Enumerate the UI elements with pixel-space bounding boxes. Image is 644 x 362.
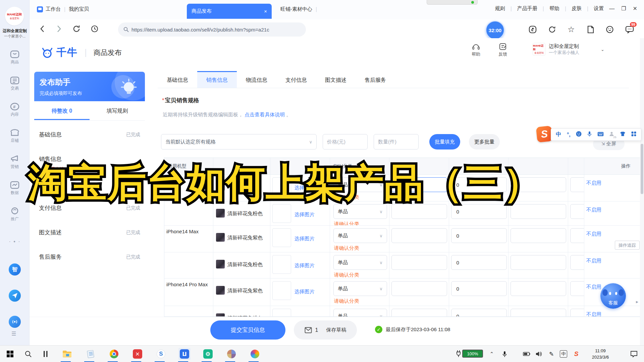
- broadcast-app-icon[interactable]: [9, 316, 21, 328]
- sku-type-select[interactable]: 单品∨: [333, 309, 387, 317]
- pick-image-link[interactable]: 选择图片: [294, 289, 315, 295]
- pick-image-link[interactable]: 选择图片: [294, 185, 315, 191]
- history-icon[interactable]: [91, 25, 99, 34]
- price-cell-input[interactable]: [391, 204, 447, 219]
- chevron-down-icon[interactable]: ⌄: [601, 47, 604, 52]
- code-cell-input[interactable]: [511, 281, 566, 296]
- clipped-cell-input[interactable]: [570, 309, 584, 317]
- tab-description[interactable]: 图文描述: [316, 71, 356, 88]
- sku-image-box[interactable]: [272, 255, 291, 274]
- price-cell-input[interactable]: [391, 309, 447, 317]
- messenger-app-icon[interactable]: [9, 290, 21, 302]
- sku-image-box[interactable]: [272, 281, 291, 300]
- taskbar-clock[interactable]: 11:09 2023/3/6: [585, 348, 615, 360]
- clipped-cell-input[interactable]: [570, 281, 584, 296]
- tab-product-publish[interactable]: 商品发布 ×: [187, 4, 272, 19]
- battery-indicator[interactable]: 100%: [455, 350, 483, 358]
- tab-aftersale[interactable]: 售后服务: [356, 71, 395, 88]
- green-app-icon[interactable]: ❂: [202, 348, 214, 360]
- file-explorer-icon[interactable]: [61, 348, 73, 360]
- sku-image-box[interactable]: [272, 309, 291, 317]
- colorful-sphere-app-icon[interactable]: [249, 348, 261, 360]
- pick-image-link[interactable]: 选择图片: [294, 262, 315, 269]
- batch-fill-button[interactable]: 批量填充: [429, 134, 460, 149]
- monkey-face-icon[interactable]: [606, 25, 614, 35]
- ime-account-icon[interactable]: 25: [609, 131, 614, 138]
- qty-cell-input[interactable]: 0: [451, 309, 507, 317]
- disable-action-link[interactable]: 不启用: [586, 284, 601, 290]
- ime-toolbox-icon[interactable]: [631, 131, 636, 138]
- code-cell-input[interactable]: [511, 177, 566, 192]
- qty-cell-input[interactable]: 0: [451, 228, 507, 243]
- task-view-icon[interactable]: [40, 348, 52, 360]
- qty-cell-input[interactable]: 0: [451, 281, 507, 296]
- sidebar-item-promo[interactable]: 推广: [0, 207, 30, 222]
- code-cell-input[interactable]: [511, 228, 566, 243]
- close-window-button[interactable]: ✕: [633, 5, 637, 12]
- sidebar-item-data[interactable]: 数据: [0, 181, 30, 196]
- taskbar-search-icon[interactable]: [22, 348, 34, 360]
- pick-image-link[interactable]: 选择图片: [294, 212, 315, 218]
- start-button[interactable]: [4, 348, 16, 360]
- sidebar-item-trade[interactable]: 交易: [0, 76, 30, 91]
- menu-rules[interactable]: 规则: [495, 5, 505, 12]
- disable-action-link[interactable]: 不启用: [586, 180, 601, 186]
- assistant-item-basic[interactable]: 基础信息已完成: [34, 122, 145, 147]
- tray-ime-lang-icon[interactable]: 中: [557, 348, 570, 360]
- sku-image-box[interactable]: [272, 228, 291, 247]
- price-input[interactable]: 价格(元): [323, 134, 368, 149]
- sogou-browser-icon[interactable]: S: [155, 348, 167, 360]
- clipped-cell-input[interactable]: [570, 228, 584, 243]
- tab-workbench[interactable]: 工作台 | 我的宝贝: [37, 6, 89, 12]
- forward-icon[interactable]: [56, 25, 62, 34]
- code-cell-input[interactable]: [511, 255, 566, 270]
- spec-select[interactable]: 当前默认选定所有规格 ∨: [161, 134, 317, 149]
- assistant-item-sales[interactable]: 销售信息1必填项未填: [34, 147, 145, 171]
- sku-type-select[interactable]: 单品∨: [333, 177, 387, 192]
- qty-cell-input[interactable]: 0: [451, 177, 507, 192]
- reload-page-icon[interactable]: [548, 25, 556, 35]
- tab-fill-rules[interactable]: 填写规则: [90, 101, 145, 120]
- menu-product-manual[interactable]: 产品手册: [517, 5, 537, 12]
- back-icon[interactable]: [40, 25, 45, 34]
- plugin-link-icon[interactable]: [529, 25, 537, 35]
- tab-payment-info[interactable]: 支付信息: [276, 71, 316, 88]
- disable-action-link[interactable]: 不启用: [586, 311, 601, 317]
- assistant-item-payment[interactable]: 支付信息已完成: [34, 196, 145, 220]
- clipped-cell-input[interactable]: [570, 255, 584, 270]
- sidebar-item-content[interactable]: # 内容: [0, 103, 30, 117]
- sku-type-select[interactable]: 单品∨: [333, 281, 387, 296]
- tab-material-center[interactable]: 旺铺-素材中心 |: [280, 6, 320, 12]
- ime-emoji-icon[interactable]: [576, 131, 582, 138]
- ai-assistant-app-icon[interactable]: 智: [9, 263, 21, 276]
- menu-skin[interactable]: 皮肤: [572, 5, 582, 12]
- action-trace-button[interactable]: 操作追踪: [615, 241, 640, 250]
- sku-image-box[interactable]: [272, 177, 291, 196]
- sidebar-item-marketing[interactable]: 营销: [0, 155, 30, 170]
- code-cell-input[interactable]: [511, 309, 566, 317]
- rail-more-dots[interactable]: · • ·: [0, 239, 30, 245]
- feedback-button[interactable]: 反馈: [498, 43, 507, 57]
- minimize-button[interactable]: —: [609, 6, 614, 12]
- scrollbar-thumb[interactable]: [641, 144, 643, 194]
- service-collapse-arrow[interactable]: ▸: [636, 299, 638, 304]
- code-cell-input[interactable]: [511, 204, 566, 219]
- sku-type-select[interactable]: 单品∨: [333, 255, 387, 270]
- tray-mic-icon[interactable]: [498, 348, 511, 360]
- sku-type-select[interactable]: 单品∨: [333, 228, 387, 243]
- notepad-app-icon[interactable]: [85, 348, 97, 360]
- menu-settings[interactable]: 设置: [594, 5, 604, 12]
- tab-sales-info[interactable]: 销售信息: [197, 71, 237, 88]
- price-cell-input[interactable]: [391, 281, 447, 296]
- qianniu-app-icon[interactable]: ⵡ: [178, 348, 191, 360]
- maximize-button[interactable]: ❐: [621, 5, 626, 12]
- clipped-cell-input[interactable]: [570, 177, 584, 192]
- tab-basic-info[interactable]: 基础信息: [158, 71, 197, 88]
- page-scrollbar[interactable]: [640, 38, 644, 345]
- chat-bubble-icon[interactable]: 99: [625, 25, 634, 35]
- price-cell-input-focused[interactable]: [391, 177, 447, 192]
- ime-skin-icon[interactable]: [620, 131, 626, 138]
- close-tab-icon[interactable]: ×: [264, 8, 267, 14]
- account-area[interactable]: MAHE迈和 全屋定制 迈和全屋定制 一个家居小楠人 ⌄: [533, 43, 604, 56]
- help-button[interactable]: 帮助: [472, 43, 480, 57]
